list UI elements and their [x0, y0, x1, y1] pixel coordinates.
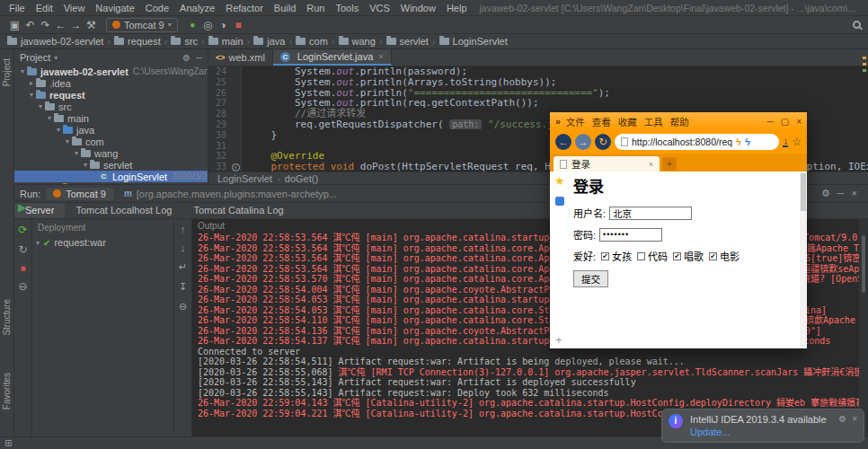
menu-build[interactable]: Build — [269, 3, 301, 13]
tree-item-src[interactable]: ▾src — [14, 101, 208, 112]
breadcrumb-item-com[interactable]: com — [296, 36, 328, 47]
expand-arrow-icon[interactable]: ▾ — [72, 149, 81, 157]
editor-breadcrumb-LoginServlet[interactable]: LoginServlet — [217, 173, 272, 184]
line-number[interactable]: 28 — [208, 109, 230, 119]
scroll-up-icon[interactable]: ↑ — [181, 224, 186, 234]
breadcrumb-item-main[interactable]: main — [208, 36, 244, 47]
forward-icon[interactable]: → — [68, 19, 84, 31]
download-icon[interactable]: ↓ — [783, 136, 788, 147]
address-bar[interactable]: http://localhost:8080/req ϟ ϟ — [615, 134, 779, 150]
breadcrumb-item-LoginServlet[interactable]: LoginServlet — [439, 36, 508, 47]
tree-item-javaweb-02-servlet[interactable]: ▾javaweb-02-servletC:\Users\WangZan\Desk… — [14, 66, 208, 77]
tree-item-com[interactable]: ▾com — [14, 136, 208, 147]
browser-menu-文件[interactable]: 文件 — [566, 115, 585, 128]
menu-view[interactable]: View — [58, 3, 91, 13]
line-number[interactable]: 31 — [208, 141, 230, 152]
toolwindow-favorites[interactable]: Favorites — [2, 373, 12, 409]
menu-help[interactable]: Help — [441, 3, 473, 13]
hide-panel-icon[interactable]: ─ — [196, 53, 202, 63]
sidebar-app-icon[interactable] — [555, 197, 564, 206]
chevron-down-icon[interactable]: ▾ — [54, 54, 58, 62]
settings-icon[interactable]: ⚙ — [182, 53, 190, 63]
password-input[interactable]: ••••••• — [599, 228, 662, 242]
clear-button[interactable]: ⊖ — [18, 280, 27, 293]
expand-arrow-icon[interactable]: ▾ — [81, 161, 90, 169]
project-panel-title[interactable]: Project — [20, 52, 50, 63]
stop-button[interactable]: ■ — [231, 19, 246, 31]
update-application-button[interactable]: ↻ — [18, 243, 27, 256]
menu-vcs[interactable]: VCS — [364, 3, 395, 13]
notification-settings-icon[interactable]: ⚙ — [838, 414, 846, 424]
chevron-down-icon[interactable]: ▾ — [36, 239, 40, 247]
editor-tab-web.xml[interactable]: <>web.xml — [208, 49, 273, 66]
profiler-button[interactable]: ◑ — [216, 19, 231, 31]
tree-item-java[interactable]: ▾java — [14, 124, 208, 136]
menu-file[interactable]: File — [4, 3, 31, 13]
menu-code[interactable]: Code — [140, 3, 174, 13]
deployment-item[interactable]: ▾ ✔ request:war — [36, 237, 170, 248]
console-scrollbar[interactable] — [859, 219, 868, 436]
browser-menu-工具[interactable]: 工具 — [644, 115, 663, 128]
breadcrumb-item-src[interactable]: src — [171, 36, 198, 47]
line-number[interactable]: 29 — [208, 119, 230, 130]
tree-item-main[interactable]: ▾main — [14, 112, 208, 124]
line-number[interactable]: 32 — [208, 151, 230, 162]
hobby-checkbox-唱歌[interactable]: ✔唱歌 — [673, 249, 704, 263]
lightning-icon[interactable]: ϟ — [736, 136, 741, 147]
menu-edit[interactable]: Edit — [31, 3, 58, 13]
build-icon[interactable]: ⚒ — [84, 19, 99, 31]
breadcrumb-item-request[interactable]: request — [114, 36, 161, 47]
breadcrumb-item-javaweb-02-servlet[interactable]: javaweb-02-servlet — [7, 36, 103, 47]
new-tab-button[interactable]: + — [662, 157, 677, 171]
line-number[interactable]: 27 — [208, 98, 230, 109]
browser-refresh-button[interactable]: ↻ — [595, 134, 611, 150]
browser-menu-收藏[interactable]: 收藏 — [618, 115, 637, 128]
browser-menu-查看[interactable]: 查看 — [592, 115, 611, 128]
expand-arrow-icon[interactable]: ▾ — [45, 114, 54, 122]
notification-close-icon[interactable]: × — [852, 414, 857, 424]
hobby-checkbox-女孩[interactable]: ✔女孩 — [601, 249, 632, 263]
lightning-icon[interactable]: ϟ — [745, 136, 750, 147]
clear-all-icon[interactable]: ⊖ — [179, 301, 187, 313]
run-config-selector[interactable]: Tomcat 9 ▾ — [106, 18, 178, 32]
tree-item-LoginServlet[interactable]: CLoginServlet2020/3/26 2... — [14, 171, 208, 182]
tree-item-.idea[interactable]: ▸.idea — [14, 77, 208, 89]
toolwindow-structure[interactable]: Structure — [2, 299, 12, 336]
undo-icon[interactable]: ↶ — [22, 19, 38, 31]
username-input[interactable]: 北京 — [609, 207, 692, 220]
close-tab-icon[interactable]: × — [378, 52, 383, 61]
tree-item-request[interactable]: ▾request — [14, 89, 208, 101]
back-icon[interactable]: ← — [53, 19, 68, 31]
menu-analyze[interactable]: Analyze — [174, 3, 220, 13]
menu-run[interactable]: Run — [301, 3, 330, 13]
debug-button[interactable]: ● — [185, 20, 200, 30]
scroll-down-icon[interactable]: ↓ — [181, 242, 186, 253]
expand-arrow-icon[interactable]: ▸ — [27, 79, 36, 87]
rerun-server-button[interactable]: ⟳ — [18, 224, 27, 236]
menu-refactor[interactable]: Refactor — [220, 3, 269, 13]
editor-tab-LoginServlet.java[interactable]: CLoginServlet.java× — [273, 49, 392, 66]
expand-arrow-icon[interactable]: ▾ — [18, 67, 27, 75]
redo-icon[interactable]: ↷ — [38, 19, 53, 31]
stop-server-button[interactable]: ■ — [20, 263, 25, 273]
line-number[interactable]: 30 — [208, 130, 230, 141]
hobby-checkbox-代码[interactable]: 代码 — [637, 249, 668, 263]
toolwindow-toggle-icon[interactable]: ⊞ — [4, 438, 12, 448]
menu-window[interactable]: Window — [395, 3, 441, 13]
browser-menu-帮助[interactable]: 帮助 — [670, 115, 689, 128]
browser-minimize-button[interactable]: ─ — [767, 117, 774, 127]
favorite-star-icon[interactable]: ☆ — [792, 136, 802, 148]
tab-tomcat-localhost-log[interactable]: Tomcat Localhost Log — [65, 203, 182, 218]
hobby-checkbox-电影[interactable]: ✔电影 — [709, 249, 740, 263]
breadcrumb-item-java[interactable]: java — [253, 36, 285, 47]
update-link[interactable]: Update... — [690, 427, 827, 437]
close-run-panel-icon[interactable]: × — [852, 188, 857, 199]
line-number[interactable]: 26 — [208, 88, 230, 99]
expand-arrow-icon[interactable]: ▾ — [27, 91, 36, 99]
browser-maximize-button[interactable]: ▢ — [781, 117, 789, 127]
browser-close-button[interactable]: × — [796, 117, 802, 127]
search-icon[interactable] — [853, 21, 861, 29]
tab-tomcat-catalina-log[interactable]: Tomcat Catalina Log — [182, 203, 294, 218]
browser-forward-button[interactable]: → — [575, 134, 591, 150]
tree-item-wang[interactable]: ▾wang — [14, 147, 208, 159]
